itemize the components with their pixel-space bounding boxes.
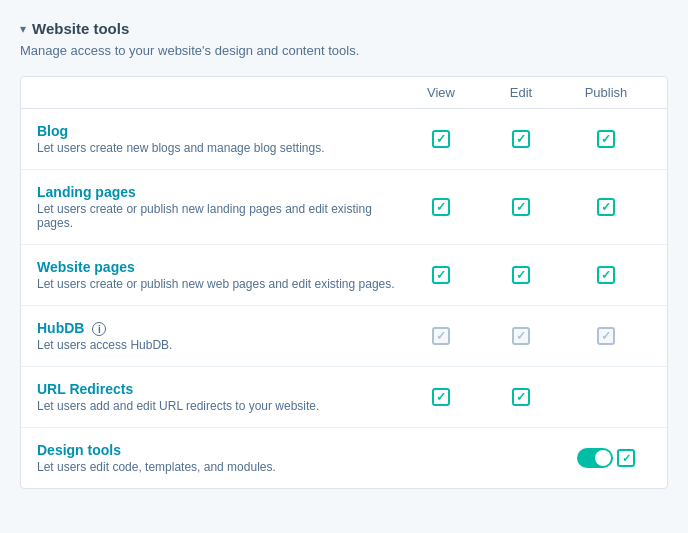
blog-publish-checkbox[interactable]: ✓ xyxy=(597,130,615,148)
row-title: Design tools xyxy=(37,442,401,458)
table-header: View Edit Publish xyxy=(21,77,667,109)
section-header: ▾ Website tools xyxy=(20,20,668,37)
landing-publish-cell: ✓ xyxy=(561,198,651,216)
webpages-publish-checkbox[interactable]: ✓ xyxy=(597,266,615,284)
row-desc: Let users access HubDB. xyxy=(37,338,401,352)
chevron-icon[interactable]: ▾ xyxy=(20,22,26,36)
table-row: Website pages Let users create or publis… xyxy=(21,245,667,306)
landing-view-checkbox[interactable]: ✓ xyxy=(432,198,450,216)
col-publish: Publish xyxy=(561,85,651,100)
landing-publish-checkbox[interactable]: ✓ xyxy=(597,198,615,216)
blog-view-cell: ✓ xyxy=(401,130,481,148)
urlredirects-edit-cell: ✓ xyxy=(481,388,561,406)
table-row: HubDB i Let users access HubDB. ✓ ✓ ✓ xyxy=(21,306,667,367)
row-desc: Let users add and edit URL redirects to … xyxy=(37,399,401,413)
table-row: Design tools Let users edit code, templa… xyxy=(21,428,667,488)
row-desc: Let users edit code, templates, and modu… xyxy=(37,460,401,474)
table-row: URL Redirects Let users add and edit URL… xyxy=(21,367,667,428)
urlredirects-view-cell: ✓ xyxy=(401,388,481,406)
row-title: URL Redirects xyxy=(37,381,401,397)
hubdb-publish-checkbox[interactable]: ✓ xyxy=(597,327,615,345)
col-spacer xyxy=(37,85,401,100)
row-desc: Let users create or publish new landing … xyxy=(37,202,401,230)
row-content: Design tools Let users edit code, templa… xyxy=(37,442,401,474)
hubdb-publish-cell: ✓ xyxy=(561,327,651,345)
landing-edit-cell: ✓ xyxy=(481,198,561,216)
webpages-edit-checkbox[interactable]: ✓ xyxy=(512,266,530,284)
row-content: HubDB i Let users access HubDB. xyxy=(37,320,401,352)
row-desc: Let users create new blogs and manage bl… xyxy=(37,141,401,155)
table-row: Landing pages Let users create or publis… xyxy=(21,170,667,245)
info-icon[interactable]: i xyxy=(92,322,106,336)
blog-view-checkbox[interactable]: ✓ xyxy=(432,130,450,148)
toggle-knob xyxy=(595,450,611,466)
webpages-edit-cell: ✓ xyxy=(481,266,561,284)
row-title: HubDB i xyxy=(37,320,401,336)
designtools-toggle-checkbox[interactable]: ✓ xyxy=(617,449,635,467)
row-title: Blog xyxy=(37,123,401,139)
landing-view-cell: ✓ xyxy=(401,198,481,216)
table-row: Blog Let users create new blogs and mana… xyxy=(21,109,667,170)
col-view: View xyxy=(401,85,481,100)
row-content: Website pages Let users create or publis… xyxy=(37,259,401,291)
section-title: Website tools xyxy=(32,20,129,37)
row-content: Blog Let users create new blogs and mana… xyxy=(37,123,401,155)
hubdb-view-checkbox[interactable]: ✓ xyxy=(432,327,450,345)
row-title: Landing pages xyxy=(37,184,401,200)
col-edit: Edit xyxy=(481,85,561,100)
webpages-view-cell: ✓ xyxy=(401,266,481,284)
designtools-toggle-container: ✓ xyxy=(577,448,635,468)
hubdb-edit-cell: ✓ xyxy=(481,327,561,345)
urlredirects-edit-checkbox[interactable]: ✓ xyxy=(512,388,530,406)
webpages-publish-cell: ✓ xyxy=(561,266,651,284)
blog-publish-cell: ✓ xyxy=(561,130,651,148)
designtools-toggle[interactable] xyxy=(577,448,613,468)
blog-edit-checkbox[interactable]: ✓ xyxy=(512,130,530,148)
landing-edit-checkbox[interactable]: ✓ xyxy=(512,198,530,216)
row-desc: Let users create or publish new web page… xyxy=(37,277,401,291)
row-content: Landing pages Let users create or publis… xyxy=(37,184,401,230)
row-content: URL Redirects Let users add and edit URL… xyxy=(37,381,401,413)
section-description: Manage access to your website's design a… xyxy=(20,43,668,58)
designtools-publish-cell: ✓ xyxy=(561,448,651,468)
urlredirects-view-checkbox[interactable]: ✓ xyxy=(432,388,450,406)
row-title: Website pages xyxy=(37,259,401,275)
hubdb-edit-checkbox[interactable]: ✓ xyxy=(512,327,530,345)
blog-edit-cell: ✓ xyxy=(481,130,561,148)
table-container: View Edit Publish Blog Let users create … xyxy=(20,76,668,489)
webpages-view-checkbox[interactable]: ✓ xyxy=(432,266,450,284)
hubdb-view-cell: ✓ xyxy=(401,327,481,345)
